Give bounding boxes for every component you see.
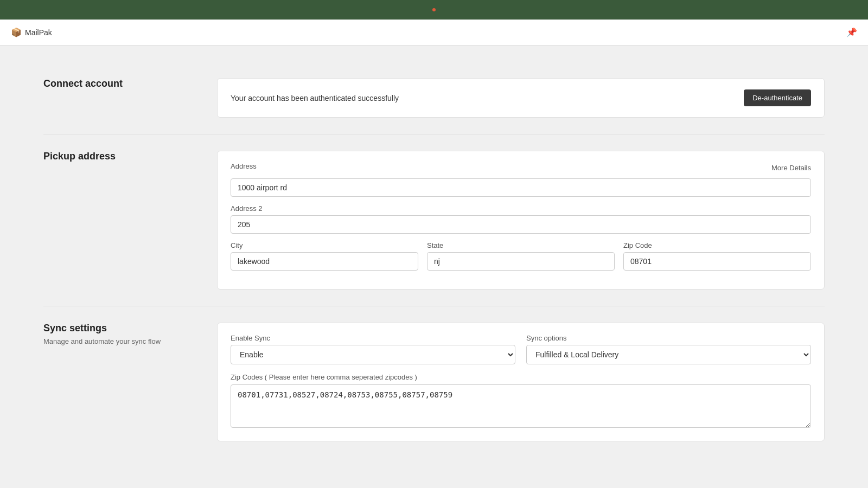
zip-label: Zip Code — [623, 241, 811, 249]
city-label: City — [231, 241, 418, 249]
zip-input[interactable] — [623, 252, 811, 271]
auth-success-row: Your account has been authenticated succ… — [231, 89, 811, 106]
connect-account-section: Connect account Your account has been au… — [43, 62, 825, 134]
zip-codes-section: Zip Codes ( Please enter here comma sepe… — [231, 373, 811, 430]
pin-icon: 📌 — [846, 27, 857, 37]
city-state-zip-row: City State Zip Code — [231, 241, 811, 271]
state-field-group: State — [427, 241, 615, 271]
address-field-group — [231, 178, 811, 197]
pickup-address-section: Pickup address Address More Details Addr… — [43, 134, 825, 306]
connect-account-label: Connect account — [43, 78, 195, 118]
city-input[interactable] — [231, 252, 418, 271]
app-name: MailPak — [25, 28, 52, 37]
sync-options-select[interactable]: Fulfilled & Local Delivery Fulfilled Onl… — [526, 345, 811, 364]
top-bar-dot — [432, 8, 436, 11]
zip-codes-label: Zip Codes ( Please enter here comma sepe… — [231, 373, 811, 381]
sync-settings-section: Sync settings Manage and automate your s… — [43, 306, 825, 458]
enable-sync-label: Enable Sync — [231, 334, 515, 342]
sync-settings-label: Sync settings Manage and automate your s… — [43, 323, 195, 441]
pickup-address-card: Address More Details Address 2 City Stat… — [217, 151, 825, 290]
sync-options-field: Sync options Fulfilled & Local Delivery … — [526, 334, 811, 364]
state-label: State — [427, 241, 615, 249]
address-input[interactable] — [231, 178, 811, 197]
sync-options-row: Enable Sync Enable Disable Sync options … — [231, 334, 811, 364]
address-header-row: Address More Details — [231, 162, 811, 173]
connect-account-title: Connect account — [43, 78, 195, 89]
city-field-group: City — [231, 241, 418, 271]
sync-settings-title: Sync settings — [43, 323, 195, 334]
header-bar: 📦 MailPak 📌 — [0, 20, 868, 46]
zip-codes-textarea[interactable] — [231, 384, 811, 428]
address2-field-group: Address 2 — [231, 204, 811, 234]
sync-settings-subtitle: Manage and automate your sync flow — [43, 337, 195, 345]
address2-input[interactable] — [231, 215, 811, 234]
app-logo: 📦 MailPak — [11, 27, 52, 37]
deauthenticate-button[interactable]: De-authenticate — [744, 89, 811, 106]
main-content: Connect account Your account has been au… — [0, 46, 868, 488]
pickup-address-label: Pickup address — [43, 151, 195, 290]
state-input[interactable] — [427, 252, 615, 271]
sync-settings-card: Enable Sync Enable Disable Sync options … — [217, 323, 825, 441]
auth-success-message: Your account has been authenticated succ… — [231, 94, 399, 102]
more-details-link[interactable]: More Details — [771, 164, 811, 172]
enable-sync-select[interactable]: Enable Disable — [231, 345, 515, 364]
top-bar — [0, 0, 868, 20]
pickup-address-title: Pickup address — [43, 151, 195, 162]
connect-account-card: Your account has been authenticated succ… — [217, 78, 825, 118]
enable-sync-field: Enable Sync Enable Disable — [231, 334, 515, 364]
zip-field-group: Zip Code — [623, 241, 811, 271]
address-label: Address — [231, 162, 257, 170]
address2-label: Address 2 — [231, 204, 811, 213]
logo-icon: 📦 — [11, 27, 22, 37]
sync-options-label: Sync options — [526, 334, 811, 342]
